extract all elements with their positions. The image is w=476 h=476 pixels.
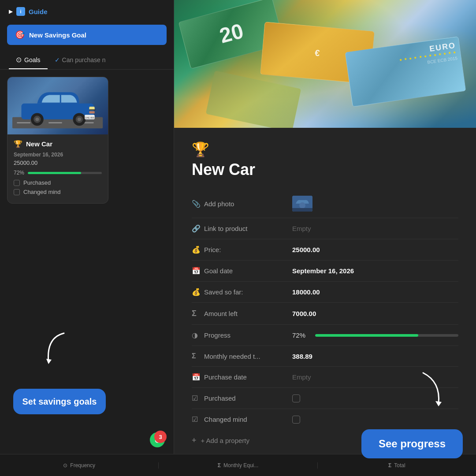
savings-target-icon: 🎯 [15, 30, 25, 40]
monthly-label: Monthly needed t... [204, 353, 292, 360]
detail-purchased-checkbox[interactable] [292, 394, 300, 402]
can-purchase-label: Can purchase n [62, 56, 106, 63]
svg-rect-18 [292, 208, 312, 212]
total-label: Total [394, 462, 405, 469]
set-savings-label: Set savings goals [22, 397, 97, 406]
link-value: Empty [292, 225, 458, 232]
guide-info-icon: i [16, 7, 25, 16]
detail-progress-fill [315, 334, 418, 337]
svg-text:DAE·800: DAE·800 [86, 116, 95, 119]
guide-row[interactable]: ▶ i Guide [0, 0, 174, 23]
svg-point-7 [36, 118, 39, 121]
goal-card-image: DAE·800 [7, 77, 108, 134]
bottom-monthly-item[interactable]: Σ Monthly Equi... [159, 462, 317, 469]
changed-mind-checkbox-row[interactable]: Changed mind [14, 189, 102, 195]
total-icon: Σ [388, 462, 391, 469]
goal-card-body: 🏆 New Car September 16, 2026 25000.00 72… [7, 134, 108, 203]
bottom-frequency-item[interactable]: ⊙ Frequency [0, 462, 159, 469]
progress-icon: ◑ [192, 331, 204, 339]
svg-marker-19 [46, 359, 52, 364]
curved-arrow-right-svg [414, 368, 450, 417]
see-progress-label: See progress [379, 438, 446, 450]
purchased-checkbox[interactable] [14, 180, 20, 186]
price-value: 25000.00 [292, 246, 458, 253]
bottom-total-item[interactable]: Σ Total [318, 462, 476, 469]
amount-left-label: Amount left [204, 310, 292, 317]
changed-mind-checkbox[interactable] [14, 189, 20, 195]
svg-rect-13 [89, 109, 96, 110]
monthly-icon: Σ [192, 352, 204, 360]
card-trophy-icon: 🏆 [14, 140, 22, 148]
money-photo-background: 20 € EURO ★ ★ ★ ★ ★ ★ ★ ★ ★ ★ ★ ★ BCE EC… [174, 0, 476, 128]
monthly-needed-row: Σ Monthly needed t... 388.89 [192, 346, 458, 367]
purchased-checkbox-row[interactable]: Purchased [14, 179, 102, 186]
new-savings-label: New Savings Goal [29, 31, 86, 39]
goal-card-name: New Car [26, 140, 52, 148]
goal-card-date: September 16, 2026 [14, 152, 102, 158]
detail-purchased-label: Purchased [204, 394, 292, 402]
can-purchase-check-icon: ✓ [55, 56, 60, 63]
see-progress-bubble: See progress [361, 429, 463, 458]
svg-rect-1 [17, 122, 31, 123]
monthly-equi-icon: Σ [218, 462, 221, 469]
goal-card-progress-label: 72% [14, 170, 24, 176]
amount-left-icon: Σ [192, 309, 204, 318]
purchase-date-icon: 📅 [192, 373, 204, 381]
detail-title: New Car [192, 160, 458, 179]
detail-changed-mind-label: Changed mind [204, 416, 292, 423]
price-icon: 💰 [192, 245, 204, 254]
goals-area: DAE·800 🏆 New Car September 16, 2026 250… [0, 70, 174, 211]
purchased-label: Purchased [23, 179, 51, 186]
link-icon: 🔗 [192, 224, 204, 233]
guide-arrow-icon: ▶ [9, 8, 13, 15]
monthly-equi-label: Monthly Equi... [223, 462, 258, 469]
progress-label: Progress [204, 331, 292, 339]
add-photo-icon: 📎 [192, 200, 204, 208]
notification-count-badge: 3 [154, 431, 167, 443]
right-detail-panel: 🏆 New Car 📎 Add photo 🔗 Link to [174, 128, 476, 476]
guide-label: Guide [29, 8, 48, 15]
set-savings-goals-bubble: Set savings goals [13, 389, 106, 414]
curved-arrow-left-svg [37, 329, 73, 373]
goals-tab-label: Goals [24, 56, 41, 63]
purchase-date-label: Purchase date [204, 373, 292, 381]
goal-date-value: September 16, 2026 [292, 267, 458, 275]
goal-card-progress-row: 72% [14, 170, 102, 176]
goals-tab-icon: ⊙ [16, 56, 22, 64]
monthly-value: 388.89 [292, 353, 458, 360]
frequency-icon: ⊙ [63, 462, 67, 469]
goal-card-progress-bar [28, 172, 102, 174]
goal-card-progress-fill [28, 172, 81, 174]
link-to-product-row[interactable]: 🔗 Link to product Empty [192, 218, 458, 239]
add-photo-label: Add photo [204, 200, 292, 208]
svg-point-17 [299, 202, 305, 208]
svg-rect-2 [48, 122, 62, 123]
svg-rect-12 [89, 111, 95, 113]
left-arrow-annotation [37, 329, 73, 375]
tab-goals[interactable]: ⊙ Goals [9, 52, 48, 69]
amount-left-row: Σ Amount left 7000.00 [192, 303, 458, 325]
tab-can-purchase[interactable]: ✓ Can purchase n [48, 53, 113, 69]
goal-card-new-car[interactable]: DAE·800 🏆 New Car September 16, 2026 250… [7, 77, 108, 204]
new-savings-button[interactable]: 🎯 New Savings Goal [7, 25, 167, 45]
progress-percent-label: 72% [292, 331, 310, 339]
detail-changed-mind-checkbox[interactable] [292, 416, 300, 424]
price-row: 💰 Price: 25000.00 [192, 239, 458, 260]
add-photo-value [292, 196, 458, 212]
changed-mind-checkbox-icon: ☑ [192, 415, 204, 424]
saved-label: Saved so far: [204, 288, 292, 296]
right-arrow-annotation [414, 368, 450, 419]
badge-area: ◉ 3 [150, 432, 165, 447]
changed-mind-label: Changed mind [23, 189, 61, 195]
add-photo-row[interactable]: 📎 Add photo [192, 190, 458, 218]
svg-marker-20 [435, 401, 442, 406]
svg-point-10 [78, 118, 81, 121]
price-label: Price: [204, 246, 292, 253]
euro-bill-extra [206, 71, 301, 128]
purchased-checkbox-icon: ☑ [192, 394, 204, 402]
photo-thumbnail [292, 196, 312, 212]
goal-card-amount: 25000.00 [14, 160, 102, 166]
detail-trophy-icon: 🏆 [192, 141, 209, 158]
frequency-label: Frequency [70, 462, 95, 469]
detail-progress-bar [315, 334, 458, 337]
